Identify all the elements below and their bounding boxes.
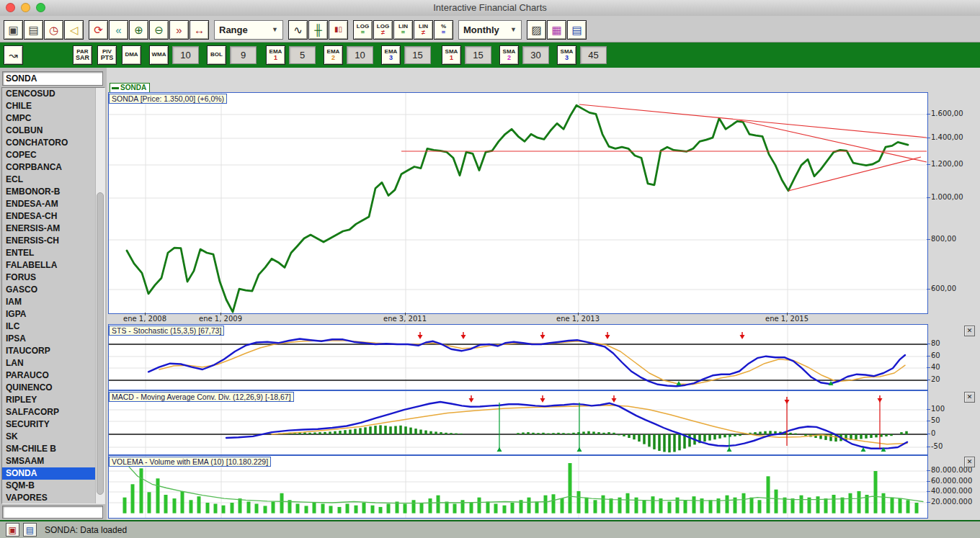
zoom-in-icon[interactable]: ⊕ [129, 20, 148, 40]
vol-axis-label: 60.000.000 [931, 477, 972, 485]
fit-screen-icon[interactable]: ▣ [6, 523, 19, 537]
ticker-list-item[interactable]: ENERSIS-AM [2, 223, 95, 235]
ticker-list-item[interactable]: QUINENCO [2, 382, 95, 394]
timer-icon[interactable]: ◷ [44, 20, 63, 40]
cascade-windows-icon[interactable]: ▣ [4, 20, 23, 40]
ticker-list-item[interactable]: RIPLEY [2, 394, 95, 406]
ticker-list: CENCOSUDCHILECMPCCOLBUNCONCHATOROCOPECCO… [2, 88, 95, 503]
fit-range-icon[interactable]: ↔ [190, 20, 209, 40]
stoch-chart-panel[interactable] [108, 324, 928, 390]
ema1-period-field[interactable]: 5 [289, 46, 316, 64]
ticker-list-item[interactable]: FORUS [2, 272, 95, 284]
ticker-list-item[interactable]: SK [2, 431, 95, 443]
ticker-list-item[interactable]: SECURITY [2, 418, 95, 431]
sma2-button[interactable]: SMA2 [499, 45, 519, 65]
speaker-icon[interactable]: ◁ [64, 20, 84, 40]
ticker-list-item[interactable]: ITAUCORP [2, 345, 95, 357]
ticker-list-item[interactable]: GASCO [2, 284, 95, 296]
ticker-list-item[interactable]: CMPC [2, 112, 95, 125]
ticker-list-item[interactable]: SALFACORP [2, 406, 95, 418]
zoom-out-icon[interactable]: ⊖ [149, 20, 169, 40]
macd-axis-label: 0 [931, 429, 935, 437]
ticker-list-item[interactable]: IGPA [2, 308, 95, 320]
dma-button[interactable]: DMA [122, 45, 141, 65]
bol-period-field[interactable]: 9 [230, 46, 257, 64]
ticker-list-item[interactable]: SMSAAM [2, 455, 95, 467]
range-select[interactable]: Range▼ [214, 20, 283, 40]
refresh-icon[interactable]: ⟳ [89, 20, 108, 40]
ticker-list-item[interactable]: ENDESA-CH [2, 210, 95, 223]
print-report-icon[interactable]: ▤ [23, 523, 37, 537]
parsar-button[interactable]: PARSAR [73, 45, 92, 65]
wma-period-field[interactable]: 10 [172, 46, 199, 64]
ticker-list-item[interactable]: VAPORES [2, 492, 95, 503]
ticker-list-item[interactable]: IPSA [2, 333, 95, 345]
draw-indicator-icon[interactable]: ↝ [4, 45, 23, 65]
page-back-icon[interactable]: « [109, 20, 128, 40]
print-icon[interactable]: ▤ [24, 20, 43, 40]
vol-close-button[interactable]: ✕ [964, 457, 975, 467]
ticker-list-item[interactable]: COLBUN [2, 125, 95, 137]
ticker-list-item[interactable]: FALABELLA [2, 259, 95, 272]
ema2-period-field[interactable]: 10 [347, 46, 373, 64]
price-axis-label: 600,00 [931, 284, 956, 292]
page-forward-icon[interactable]: » [169, 20, 189, 40]
ticker-list-item[interactable]: COPEC [2, 149, 95, 161]
sma1-button[interactable]: SMA1 [442, 45, 461, 65]
sma2-period-field[interactable]: 30 [522, 46, 549, 64]
macd-close-button[interactable]: ✕ [964, 392, 975, 403]
ticker-list-item[interactable]: LAN [2, 357, 95, 369]
lin-equal-icon[interactable]: LIN= [393, 20, 413, 40]
chart-style-icon[interactable]: ▨ [527, 20, 546, 40]
wma-button[interactable]: WMA [149, 45, 169, 65]
ticker-list-scrollbar[interactable] [95, 88, 104, 503]
pivpts-button[interactable]: PIVPTS [97, 45, 117, 65]
bol-button[interactable]: BOL [207, 45, 226, 65]
sma3-period-field[interactable]: 45 [580, 46, 607, 64]
ema3-button[interactable]: EMA3 [381, 45, 401, 65]
zoom-window-button[interactable] [36, 3, 45, 12]
ticker-list-item[interactable]: PARAUCO [2, 369, 95, 382]
ticker-list-item[interactable]: CORPBANCA [2, 161, 95, 174]
ema2-button[interactable]: EMA2 [324, 45, 343, 65]
scrollbar-thumb[interactable] [97, 192, 104, 495]
ticker-list-item[interactable]: ENDESA-AM [2, 198, 95, 210]
lin-notequal-icon[interactable]: LIN≠ [414, 20, 433, 40]
stoch-axis-label: 40 [931, 363, 940, 371]
ticker-search-input[interactable] [2, 71, 103, 86]
ema1-button[interactable]: EMA1 [266, 45, 285, 65]
log-equal-icon[interactable]: LOG= [353, 20, 373, 40]
candle-chart-icon[interactable]: ▮▯ [329, 20, 348, 40]
ticker-sidebar: CENCOSUDCHILECMPCCOLBUNCONCHATOROCOPECCO… [0, 68, 107, 520]
ticker-list-item[interactable]: SQM-B [2, 480, 95, 492]
close-window-button[interactable] [6, 3, 15, 12]
ticker-list-item[interactable]: ENTEL [2, 247, 95, 259]
sma1-period-field[interactable]: 15 [465, 46, 491, 64]
ticker-list-item[interactable]: ILC [2, 320, 95, 333]
ticker-list-item[interactable]: ENERSIS-CH [2, 235, 95, 247]
period-select[interactable]: Monthly▼ [458, 20, 522, 40]
ticker-list-item[interactable]: SM-CHILE B [2, 443, 95, 455]
price-chart-panel[interactable] [108, 92, 928, 314]
ticker-list-item[interactable]: EMBONOR-B [2, 186, 95, 198]
ticker-list-container: CENCOSUDCHILECMPCCOLBUNCONCHATOROCOPECCO… [1, 87, 105, 504]
ticker-list-item[interactable]: CHILE [2, 100, 95, 112]
ticker-list-item[interactable]: CONCHATORO [2, 137, 95, 149]
ema3-period-field[interactable]: 15 [404, 46, 431, 64]
ticker-list-item[interactable]: ECL [2, 174, 95, 186]
ohlc-chart-icon[interactable]: ╫ [308, 20, 328, 40]
colors-legend-icon[interactable]: ▦ [547, 20, 566, 40]
minimize-window-button[interactable] [21, 3, 30, 12]
ticker-list-item[interactable]: CENCOSUD [2, 88, 95, 100]
log-notequal-icon[interactable]: LOG≠ [373, 20, 393, 40]
y-axis-tick [927, 434, 930, 434]
toolbar-group: ▨▦▤ [527, 20, 587, 40]
sma3-button[interactable]: SMA3 [557, 45, 576, 65]
stoch-close-button[interactable]: ✕ [964, 326, 975, 336]
percent-equal-icon[interactable]: %= [434, 20, 453, 40]
line-chart-icon[interactable]: ∿ [288, 20, 308, 40]
ticker-entry-input[interactable] [2, 506, 103, 519]
ticker-list-item[interactable]: SONDA [2, 467, 95, 480]
ticker-list-item[interactable]: IAM [2, 296, 95, 308]
data-table-icon[interactable]: ▤ [567, 20, 587, 40]
